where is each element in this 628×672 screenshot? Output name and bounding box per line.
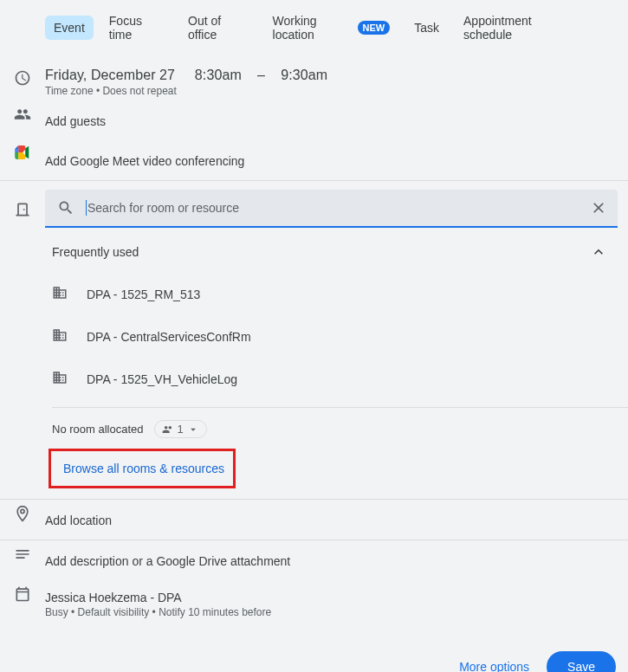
notes-icon <box>14 546 31 563</box>
add-description-button[interactable]: Add description or a Google Drive attach… <box>45 544 290 577</box>
tab-event[interactable]: Event <box>45 16 94 40</box>
availability-label[interactable]: Busy <box>45 606 68 618</box>
building-icon <box>52 327 68 343</box>
tab-out-of-office[interactable]: Out of office <box>179 9 256 47</box>
footer: More options Save <box>0 630 628 672</box>
tab-label: Working location <box>273 14 353 42</box>
guest-count: 1 <box>178 423 184 436</box>
calendar-row: Jessica Hoekzema - DPA BusyDefault visib… <box>0 580 628 622</box>
repeat-link[interactable]: Does not repeat <box>94 85 177 97</box>
guest-count-chip[interactable]: 1 <box>154 420 207 438</box>
add-guests-button[interactable]: Add guests <box>45 104 106 137</box>
calendar-selector[interactable]: Jessica Hoekzema - DPA <box>45 591 199 604</box>
more-options-button[interactable]: More options <box>459 660 529 672</box>
building-icon <box>52 370 68 385</box>
event-start-time[interactable]: 8:30am <box>187 68 242 82</box>
chevron-up-icon <box>590 243 607 261</box>
close-icon <box>590 199 607 216</box>
event-date[interactable]: Friday, December 27 <box>45 68 175 82</box>
section-title: Frequently used <box>52 245 139 259</box>
description-row: Add description or a Google Drive attach… <box>0 540 628 580</box>
room-search-input[interactable] <box>87 190 579 226</box>
event-end-time[interactable]: 9:30am <box>273 68 327 82</box>
meet-row: Add Google Meet video conferencing <box>0 140 628 180</box>
room-search-box <box>45 190 618 228</box>
room-option[interactable]: DPA - CentralServicesConfRm <box>0 315 628 358</box>
chevron-down-icon <box>187 423 199 436</box>
room-icon <box>14 201 31 218</box>
tab-task[interactable]: Task <box>405 16 448 40</box>
building-icon <box>52 285 68 300</box>
clear-search-button[interactable] <box>579 199 618 216</box>
no-room-text: No room allocated <box>52 423 144 436</box>
search-icon <box>57 199 74 216</box>
save-button[interactable]: Save <box>547 651 616 672</box>
calendar-color-dot <box>189 592 199 603</box>
new-badge: NEW <box>358 21 391 35</box>
room-label: DPA - 1525_RM_513 <box>87 288 200 301</box>
room-label: DPA - CentralServicesConfRm <box>87 330 251 344</box>
tab-working-location[interactable]: Working location NEW <box>264 9 399 47</box>
google-meet-icon <box>14 145 31 159</box>
room-option[interactable]: DPA - 1525_RM_513 <box>0 273 628 315</box>
room-label: DPA - 1525_VH_VehicleLog <box>87 372 237 386</box>
tab-appointment-schedule[interactable]: Appointment schedule <box>455 9 583 47</box>
time-separator: – <box>249 68 265 82</box>
tab-focus-time[interactable]: Focus time <box>100 9 172 47</box>
frequently-used-header[interactable]: Frequently used <box>0 228 628 273</box>
notification-label[interactable]: Notify 10 minutes before <box>149 606 271 618</box>
add-location-button[interactable]: Add location <box>45 503 112 536</box>
people-icon <box>162 423 174 436</box>
people-icon <box>14 106 31 123</box>
datetime-row: Friday, December 27 8:30am – 9:30am Time… <box>0 64 628 100</box>
clock-icon <box>14 69 31 87</box>
text-cursor <box>86 200 87 216</box>
location-row: Add location <box>0 500 628 540</box>
calendar-name-label: Jessica Hoekzema - DPA <box>45 591 182 604</box>
event-type-tabs: Event Focus time Out of office Working l… <box>0 0 628 48</box>
highlight-annotation: Browse all rooms & resources <box>49 449 236 488</box>
room-option[interactable]: DPA - 1525_VH_VehicleLog <box>0 358 628 400</box>
location-pin-icon <box>14 505 31 522</box>
timezone-link[interactable]: Time zone <box>45 85 94 97</box>
guests-row: Add guests <box>0 100 628 140</box>
add-meet-button[interactable]: Add Google Meet video conferencing <box>45 144 244 177</box>
calendar-icon <box>14 585 31 603</box>
browse-rooms-link[interactable]: Browse all rooms & resources <box>56 453 231 484</box>
visibility-label[interactable]: Default visibility <box>68 606 150 618</box>
